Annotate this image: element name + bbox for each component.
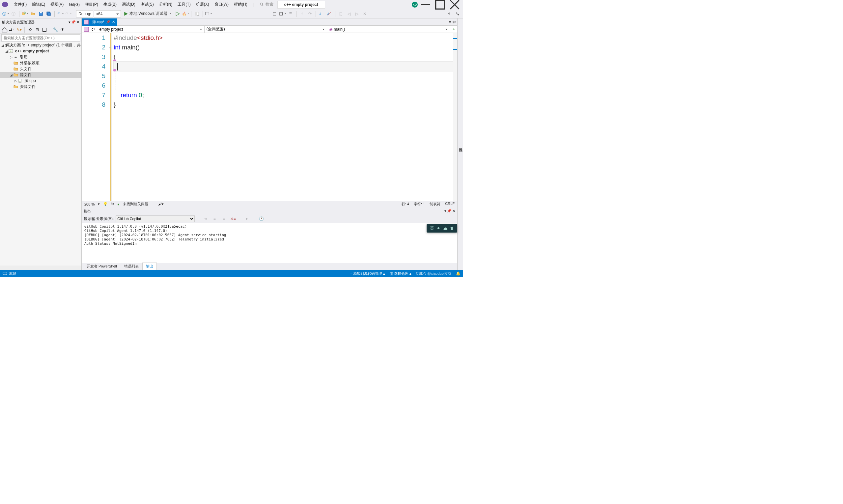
resources-node[interactable]: 资源文件: [0, 84, 82, 90]
collapse-all-button[interactable]: ⊟: [34, 26, 40, 33]
output-next-button[interactable]: ≡: [220, 215, 227, 222]
tab-output[interactable]: 输出: [142, 263, 157, 270]
panel-pin-icon[interactable]: 📌: [71, 20, 76, 24]
refresh-icon[interactable]: ↻: [111, 202, 114, 206]
scroll-minimap[interactable]: [453, 33, 457, 201]
output-clock-button[interactable]: 🕐: [257, 215, 265, 222]
nav-add-button[interactable]: +: [450, 26, 457, 33]
line-indicator[interactable]: 行: 4: [401, 202, 409, 206]
nav-project-combo[interactable]: c++ empty project: [82, 26, 204, 33]
start-debug-button[interactable]: 本地 Windows 调试器: [122, 10, 173, 17]
nav-back-button[interactable]: [2, 10, 9, 17]
file-browser-button[interactable]: [193, 10, 201, 17]
hot-reload-button[interactable]: 🔥: [182, 10, 189, 17]
brush-icon[interactable]: 🖌▾: [158, 202, 164, 206]
ext-button-3[interactable]: [287, 10, 294, 17]
nav-function-combo[interactable]: ◉ main(): [327, 26, 450, 33]
ext-button-1[interactable]: [271, 10, 279, 17]
output-header[interactable]: 输出 ▾ 📌 ✕: [82, 207, 457, 214]
menu-debug[interactable]: 调试(D): [119, 0, 138, 8]
redo-button[interactable]: [65, 10, 72, 17]
code-line[interactable]: ⌄int main(): [114, 42, 457, 52]
zoom-level[interactable]: 208 %: [84, 202, 94, 206]
comment-button[interactable]: //: [318, 10, 325, 17]
switch-view-button[interactable]: ⇄: [8, 26, 15, 33]
code-content[interactable]: #include<stdio.h> ⌄int main() { return 0…: [111, 33, 457, 201]
menu-edit[interactable]: 编辑(E): [29, 0, 48, 8]
external-deps-node[interactable]: 外部依赖项: [0, 60, 82, 66]
panel-pin-icon[interactable]: 📌: [447, 209, 452, 213]
issues-label[interactable]: 未找到相关问题: [123, 202, 148, 206]
config-combo[interactable]: Debug: [76, 10, 93, 17]
tab-close-icon[interactable]: ✕: [112, 20, 115, 24]
panel-dropdown-icon[interactable]: ▾: [69, 20, 71, 24]
code-line[interactable]: [114, 81, 457, 90]
properties-button[interactable]: 🔧: [52, 26, 59, 33]
project-node[interactable]: ◢ ++ c++ empty project: [0, 48, 82, 54]
maximize-button[interactable]: [433, 0, 447, 9]
document-tab-active[interactable]: 源.cpp* 📌 ✕: [82, 18, 117, 26]
solution-tree[interactable]: ◢ 解决方案 'c++ empty project' (1 个项目，共 1 ◢ …: [0, 42, 82, 266]
collapse-icon[interactable]: ⌄: [108, 42, 112, 52]
repo-picker[interactable]: ◫ 选择仓库 ▴: [390, 271, 411, 276]
output-prev-button[interactable]: ≡: [211, 215, 218, 222]
undo-button[interactable]: [57, 10, 64, 17]
code-line[interactable]: {: [114, 52, 457, 61]
menu-git[interactable]: Git(G): [66, 1, 82, 8]
start-nodbg-button[interactable]: [174, 10, 181, 17]
code-line[interactable]: [114, 71, 457, 81]
save-button[interactable]: [37, 10, 44, 17]
code-editor[interactable]: 1 2 3 4 5 6 7 8 #include<stdio.h> ⌄int m…: [82, 33, 457, 201]
pending-changes-button[interactable]: ✎▾: [16, 26, 22, 33]
headers-node[interactable]: 头文件: [0, 66, 82, 72]
vertical-side-tab[interactable]: 属性: [457, 18, 463, 270]
nav-scope-combo[interactable]: (全局范围): [204, 26, 327, 33]
output-wrap-button[interactable]: ⤶: [244, 215, 251, 222]
lightbulb-icon[interactable]: 💡: [103, 202, 108, 206]
eol-indicator[interactable]: CRLF: [445, 202, 454, 206]
step-over-button[interactable]: ↷: [306, 10, 313, 17]
output-source-combo[interactable]: GitHub Copilot: [115, 215, 195, 222]
step-into-button[interactable]: [299, 10, 306, 17]
share-button[interactable]: [445, 10, 453, 17]
ext-button-2[interactable]: [279, 10, 286, 17]
sidebar-hscroll[interactable]: [0, 266, 82, 270]
tab-error-list[interactable]: 错误列表: [121, 263, 142, 270]
tab-powershell[interactable]: 开发者 PowerShell: [83, 263, 121, 270]
code-line[interactable]: #include<stdio.h>: [114, 33, 457, 42]
open-file-button[interactable]: [29, 10, 37, 17]
references-node[interactable]: ▷ ▪▫ 引用: [0, 54, 82, 60]
solution-search-input[interactable]: [1, 34, 80, 41]
output-clear-button[interactable]: ✕≡: [229, 215, 236, 222]
new-project-button[interactable]: [21, 10, 29, 17]
bookmark-clear-button[interactable]: ✕: [361, 10, 368, 17]
live-share-button[interactable]: [454, 10, 461, 17]
menu-analyze[interactable]: 分析(N): [157, 0, 175, 8]
close-button[interactable]: [448, 0, 461, 9]
nav-fwd-button[interactable]: [10, 10, 17, 17]
preview-button[interactable]: 👁: [59, 26, 66, 33]
source-file-node[interactable]: ▷ ++ 源.cpp: [0, 78, 82, 84]
menu-help[interactable]: 帮助(H): [231, 0, 250, 8]
code-line[interactable]: return 0;: [114, 90, 457, 100]
output-text[interactable]: GitHub Copilot 1.147.0.0 (v1.147.0.0@218…: [82, 223, 457, 263]
panel-close-icon[interactable]: ✕: [452, 209, 455, 213]
code-line-current[interactable]: [114, 61, 457, 71]
panel-close-icon[interactable]: ✕: [76, 20, 79, 24]
window-layout-button[interactable]: [205, 10, 212, 17]
solution-explorer-header[interactable]: 解决方案资源管理器 ▾ 📌 ✕: [0, 18, 82, 26]
menu-build[interactable]: 生成(B): [101, 0, 119, 8]
solution-node[interactable]: ◢ 解决方案 'c++ empty project' (1 个项目，共 1: [0, 42, 82, 48]
col-indicator[interactable]: 字符: 1: [414, 202, 425, 206]
code-line[interactable]: }: [114, 100, 457, 109]
notification-bell-icon[interactable]: 🔔: [456, 271, 461, 276]
panel-dropdown-icon[interactable]: ▾: [444, 209, 446, 213]
uncomment-button[interactable]: //: [326, 10, 333, 17]
ime-badge[interactable]: 英: [427, 224, 457, 233]
sync-button[interactable]: ⟲: [27, 26, 33, 33]
menu-project[interactable]: 项目(P): [82, 0, 101, 8]
solution-search[interactable]: [1, 34, 80, 41]
notification-icon[interactable]: [3, 271, 7, 276]
home-button[interactable]: [1, 26, 8, 33]
menu-tools[interactable]: 工具(T): [175, 0, 193, 8]
